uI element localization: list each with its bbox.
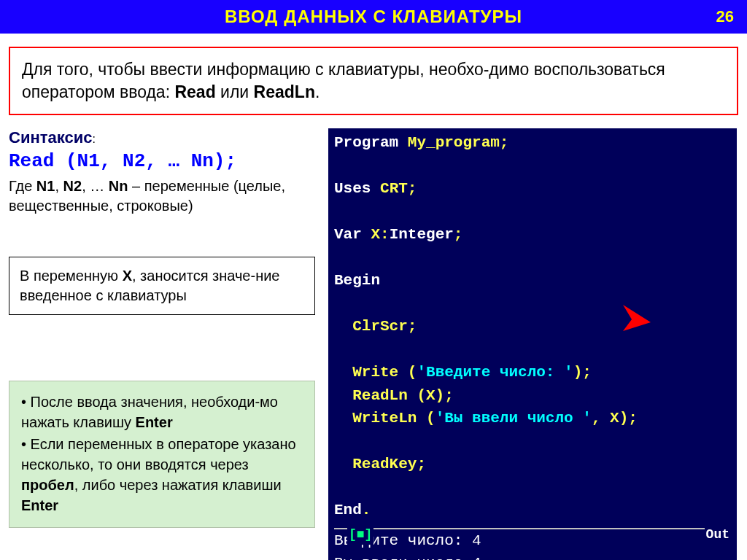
output-line-1: Введите число: 4	[334, 529, 731, 553]
intro-box: Для того, чтобы ввести информацию с клав…	[9, 47, 738, 115]
intro-text: Для того, чтобы ввести информацию с клав…	[22, 60, 665, 101]
slide-header: ВВОД ДАННЫХ С КЛАВИАТУРЫ 26	[0, 0, 747, 34]
slide-title: ВВОД ДАННЫХ С КЛАВИАТУРЫ	[225, 7, 522, 27]
svg-marker-0	[623, 305, 651, 331]
syntax-label: Синтаксис	[9, 128, 92, 147]
variable-note-box: В переменную X, заносится значе-ние введ…	[9, 257, 315, 315]
left-column: Синтаксис: Read (N1, N2, … Nn); Где N1, …	[9, 128, 315, 560]
keyword-readln: ReadLn	[254, 82, 315, 101]
right-column: Program My_program; Uses CRT; Var X:Inte…	[328, 128, 738, 560]
syntax-colon: :	[92, 133, 95, 145]
notes-box: • После ввода значения, необходи-мо нажа…	[9, 381, 315, 528]
syntax-code: Read (N1, N2, … Nn);	[9, 150, 315, 172]
syntax-block: Синтаксис: Read (N1, N2, … Nn); Где N1, …	[9, 128, 315, 216]
arrow-icon	[622, 303, 654, 335]
note-bullet-2: • Если переменных в операторе указано не…	[21, 434, 303, 516]
slide-number: 26	[716, 7, 734, 26]
intro-or: или	[216, 82, 254, 101]
code-panel: Program My_program; Uses CRT; Var X:Inte…	[328, 128, 737, 560]
note-bullet-1: • После ввода значения, необходи-мо нажа…	[21, 392, 303, 432]
output-line-2: Вы ввели число 4	[334, 552, 731, 560]
syntax-description: Где N1, N2, … Nn – переменные (целые, ве…	[9, 176, 315, 216]
intro-period: .	[315, 82, 320, 101]
output-divider: [■] Out	[334, 528, 731, 529]
keyword-read: Read	[174, 82, 215, 101]
